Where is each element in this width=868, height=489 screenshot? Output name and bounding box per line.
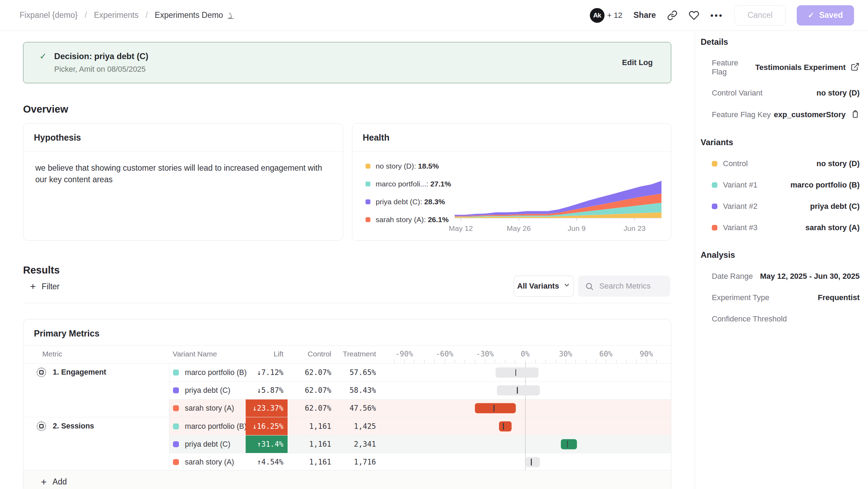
variant-color-chip [173, 388, 179, 394]
all-variants-dropdown[interactable]: All Variants [514, 276, 574, 297]
sidebar-row: Variant #3 sarah story (A) [701, 223, 860, 233]
axis-percent-label: 0% [521, 350, 529, 358]
sidebar-row-label: Experiment Type [712, 293, 769, 302]
sidebar-row-value: no story (D) [817, 159, 860, 168]
add-metric-button[interactable]: + Add [23, 470, 671, 489]
legend-value: 26.1% [428, 215, 449, 224]
sidebar-row-value: May 12, 2025 - Jun 30, 2025 [760, 272, 860, 281]
overview-heading: Overview [23, 104, 68, 115]
breadcrumb-separator: / [145, 10, 147, 20]
axis-ruler-tick [465, 360, 465, 363]
metric-cell[interactable] [23, 435, 169, 453]
sidebar-row-label: Feature Flag Key [712, 110, 771, 119]
metric-cell[interactable]: 1. Engagement [23, 363, 169, 381]
legend-value: 18.5% [418, 162, 439, 170]
lift-marker [503, 423, 504, 430]
axis-ruler-tick [535, 360, 536, 363]
health-area-chart [455, 179, 661, 221]
legend-color-swatch [366, 217, 370, 222]
metric-target-icon [37, 368, 46, 377]
sidebar-row: Variant #2 priya debt (C) [701, 201, 860, 211]
search-metrics-input[interactable] [599, 281, 666, 291]
sidebar-row-label: Variant #2 [723, 202, 758, 211]
table-row[interactable]: sarah story (A) ↑4.54% 1,161 1,716 [23, 453, 671, 471]
axis-ruler-tick [556, 360, 556, 363]
axis-percent-label: 90% [640, 350, 653, 358]
sidebar-row-label: Confidence Threshold [712, 314, 787, 324]
lift-value: ↑31.4% [246, 435, 288, 453]
metrics-table-body: 1. Engagement marco portfolio (B) ↓7.12%… [23, 363, 671, 471]
axis-ruler-tick [444, 360, 445, 363]
lift-marker [567, 441, 568, 448]
confidence-interval-bar [499, 421, 512, 431]
metric-cell[interactable]: 2. Sessions [23, 417, 169, 435]
lift-value: ↓16.25% [246, 417, 288, 435]
decision-subtitle: Picker, Amit on 08/05/2025 [54, 65, 148, 74]
variant-name: sarah story (A) [185, 458, 234, 467]
axis-ruler-tick [475, 360, 475, 363]
breadcrumb-current: Experiments Demo [155, 10, 235, 20]
table-row[interactable]: priya debt (C) ↑31.4% 1,161 2,341 [23, 435, 671, 453]
decision-title: Decision: priya debt (C) [54, 51, 148, 62]
legend-label: marco portfoli...: [376, 180, 430, 188]
variant-color-chip [712, 161, 717, 166]
metric-cell[interactable] [23, 399, 169, 417]
more-options-icon[interactable]: ••• [710, 10, 723, 20]
sidebar-row: Control no story (D) [701, 159, 860, 169]
control-value: 1,161 [289, 435, 331, 453]
breadcrumb-experiments[interactable]: Experiments [94, 10, 139, 20]
add-filter-button[interactable]: + Filter [30, 276, 59, 297]
variant-name: marco portfolio (B) [185, 422, 247, 431]
primary-metrics-title: Primary Metrics [34, 328, 100, 339]
sidebar-row-value: sarah story (A) [805, 223, 860, 232]
table-row[interactable]: sarah story (A) ↓23.37% 62.07% 47.56% [23, 399, 671, 417]
axis-ruler-tick [525, 360, 526, 363]
x-axis-tick-label: Jun 9 [568, 224, 586, 233]
avatar[interactable]: Ak [590, 8, 605, 23]
axis-ruler-tick [566, 360, 566, 363]
treatment-value: 1,425 [334, 417, 376, 435]
control-value: 1,161 [289, 417, 331, 435]
confidence-interval-bar [561, 439, 577, 449]
axis-percent-label: -60% [436, 350, 454, 358]
breadcrumb-project[interactable]: Fixpanel {demo} [20, 10, 78, 20]
x-axis-tick-label: May 12 [449, 224, 473, 233]
favorite-heart-icon[interactable] [689, 10, 699, 21]
variant-color-chip [712, 204, 717, 209]
metric-target-icon [37, 421, 46, 431]
axis-ruler-tick [455, 360, 455, 363]
metric-cell[interactable] [23, 381, 169, 399]
link-icon[interactable] [667, 10, 678, 21]
legend-color-swatch [366, 199, 370, 204]
table-row[interactable]: 1. Engagement marco portfolio (B) ↓7.12%… [23, 363, 671, 381]
hypothesis-body: we believe that showing customer stories… [23, 152, 343, 196]
axis-ruler-tick [505, 360, 505, 363]
table-row[interactable]: priya debt (C) ↓5.87% 62.07% 58.43% [23, 381, 671, 399]
legend-item: sarah story (A): 26.1% [366, 215, 451, 224]
x-axis-tick-label: Jun 23 [624, 224, 646, 233]
details-sidebar: Details Feature Flag Testimonials Experi… [701, 31, 860, 324]
topbar-actions: Ak + 12 Share ••• Cancel ✓ Saved [590, 5, 854, 26]
sidebar-row: Control Variant no story (D) [701, 88, 860, 98]
axis-ruler-tick [545, 360, 546, 363]
metric-name: 1. Engagement [53, 368, 106, 377]
share-button[interactable]: Share [634, 10, 656, 20]
variant-color-chip [712, 225, 717, 231]
avatar-group[interactable]: Ak + 12 [590, 8, 622, 23]
axis-ruler-tick [576, 360, 576, 363]
search-metrics-box[interactable] [578, 276, 670, 297]
external-link-icon[interactable] [851, 62, 860, 73]
saved-button[interactable]: ✓ Saved [797, 5, 854, 26]
edit-log-button[interactable]: Edit Log [622, 58, 653, 67]
results-divider [23, 303, 671, 303]
axis-ruler-tick [626, 360, 627, 363]
lift-value: ↓7.12% [231, 363, 288, 381]
avatar-extra-count[interactable]: + 12 [607, 11, 622, 20]
table-row[interactable]: 2. Sessions marco portfolio (B) ↓16.25% … [23, 417, 671, 435]
metric-cell[interactable] [23, 453, 169, 471]
copy-icon[interactable] [851, 109, 860, 120]
treatment-value: 1,716 [334, 453, 376, 471]
lift-marker [493, 405, 494, 412]
treatment-value: 58.43% [334, 382, 376, 399]
cancel-button[interactable]: Cancel [735, 5, 786, 26]
